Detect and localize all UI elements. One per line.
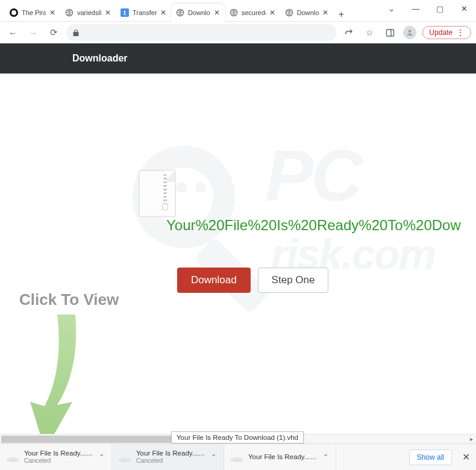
step-one-button[interactable]: Step One <box>258 268 329 293</box>
download-item-0[interactable]: Your File Is Ready....vhd Canceled ⌃ <box>0 444 112 470</box>
tab-title: The Pirat <box>22 9 46 16</box>
download-status: Canceled <box>136 457 205 465</box>
reload-button[interactable]: ⟳ <box>46 25 61 40</box>
globe-icon <box>230 8 238 17</box>
maximize-button[interactable]: ▢ <box>428 0 452 17</box>
close-icon[interactable]: ✕ <box>214 8 220 17</box>
back-button[interactable]: ← <box>5 25 20 40</box>
globe-icon <box>285 8 293 17</box>
new-tab-button[interactable]: + <box>333 7 349 21</box>
pirate-icon <box>10 8 18 17</box>
chevron-up-icon[interactable]: ⌃ <box>322 453 330 461</box>
lock-icon <box>72 29 80 37</box>
download-name: Your File Is Ready....vhd <box>248 453 317 461</box>
close-shelf-button[interactable]: ✕ <box>456 444 476 470</box>
browser-toolbar: ← → ⟳ ☆ Update ⋮ <box>0 22 476 43</box>
overlay-text: Click To View <box>19 290 119 309</box>
share-icon[interactable] <box>342 25 356 40</box>
download-item-1[interactable]: Your File Is Ready....vhd Canceled ⌃ <box>112 444 224 470</box>
disk-icon <box>230 453 243 462</box>
download-item-2[interactable]: Your File Is Ready....vhd ⌃ <box>224 444 336 470</box>
download-tooltip: Your File Is Ready To Download (1).vhd <box>171 431 304 443</box>
svg-point-15 <box>235 458 239 459</box>
tab-title: securedo <box>242 9 266 16</box>
star-icon[interactable]: ☆ <box>362 25 377 40</box>
tab-1[interactable]: variedsli ✕ <box>60 4 116 22</box>
tab-0[interactable]: The Pirat ✕ <box>5 4 60 22</box>
address-bar[interactable] <box>66 24 337 41</box>
svg-point-6 <box>409 30 412 33</box>
disk-icon <box>118 453 131 462</box>
arrow-down-icon <box>24 315 96 443</box>
close-window-button[interactable]: ✕ <box>452 0 476 17</box>
chevron-down-icon[interactable]: ⌄ <box>380 0 404 17</box>
page-header: Downloader <box>0 43 476 74</box>
tab-2[interactable]: t Transfer ✕ <box>116 4 171 22</box>
tab-title: Downlo <box>188 9 210 16</box>
t-icon: t <box>121 8 129 17</box>
close-icon[interactable]: ✕ <box>105 8 111 17</box>
tab-title: Downlo <box>297 9 319 16</box>
menu-dots-icon: ⋮ <box>456 28 465 37</box>
chevron-up-icon[interactable]: ⌃ <box>98 453 105 461</box>
svg-rect-4 <box>386 30 393 36</box>
window-titlebar: The Pirat ✕ variedsli ✕ t Transfer ✕ Dow… <box>0 0 476 22</box>
show-all-button[interactable]: Show all <box>409 450 452 465</box>
disk-icon <box>6 453 19 462</box>
close-icon[interactable]: ✕ <box>160 8 166 17</box>
close-icon[interactable]: ✕ <box>49 8 55 17</box>
minimize-button[interactable]: — <box>404 0 428 17</box>
scroll-right-icon[interactable]: ▸ <box>466 434 476 444</box>
tab-3-active[interactable]: Downlo ✕ <box>171 4 225 22</box>
svg-point-9 <box>11 458 14 459</box>
tab-title: Transfer <box>133 9 157 16</box>
tab-title: variedsli <box>77 9 101 16</box>
tab-4[interactable]: securedo ✕ <box>225 4 280 22</box>
side-panel-icon[interactable] <box>383 25 397 40</box>
update-label: Update <box>429 28 453 37</box>
close-icon[interactable]: ✕ <box>322 8 328 17</box>
page-title: Downloader <box>72 53 128 64</box>
headline: Your%20File%20Is%20Ready%20To%20Dow <box>166 217 461 234</box>
tab-strip: The Pirat ✕ variedsli ✕ t Transfer ✕ Dow… <box>0 0 380 21</box>
profile-avatar[interactable] <box>403 26 416 39</box>
close-icon[interactable]: ✕ <box>269 8 275 17</box>
chevron-up-icon[interactable]: ⌃ <box>210 453 218 461</box>
toolbar-right: ☆ Update ⋮ <box>342 25 471 40</box>
hero-section: Your%20File%20Is%20Ready%20To%20Dow Down… <box>0 74 476 293</box>
download-shelf: Your File Is Ready....vhd Canceled ⌃ You… <box>0 443 476 470</box>
update-button[interactable]: Update ⋮ <box>422 26 471 39</box>
window-controls: ⌄ — ▢ ✕ <box>380 0 476 21</box>
svg-point-12 <box>123 458 127 459</box>
globe-icon <box>65 8 74 17</box>
zip-file-icon <box>139 170 176 217</box>
tab-5[interactable]: Downlo ✕ <box>280 4 334 22</box>
globe-icon <box>176 8 184 17</box>
download-button[interactable]: Download <box>177 268 251 293</box>
page-content: PC risk.com Your%20File%20Is%20Ready%20T… <box>0 74 476 443</box>
forward-button[interactable]: → <box>25 25 41 40</box>
download-status: Canceled <box>24 457 93 465</box>
